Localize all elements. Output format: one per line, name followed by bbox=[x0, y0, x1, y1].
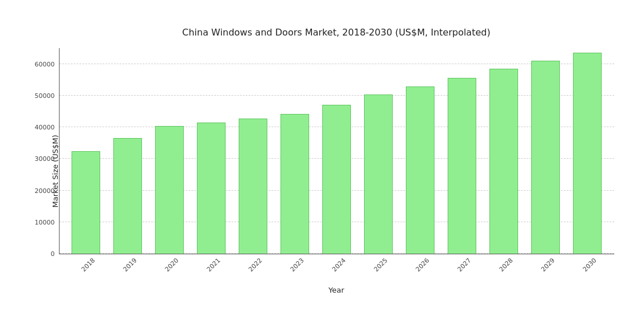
bar-group bbox=[274, 48, 316, 254]
chart-container: China Windows and Doors Market, 2018-203… bbox=[13, 10, 631, 313]
bar-group bbox=[358, 48, 400, 254]
bar-group bbox=[65, 48, 107, 254]
bar bbox=[406, 86, 434, 254]
bar bbox=[280, 114, 309, 254]
bar bbox=[448, 78, 476, 254]
bar bbox=[364, 94, 393, 254]
bar bbox=[322, 105, 351, 254]
y-tick-label: 40000 bbox=[35, 124, 55, 131]
bar bbox=[239, 119, 267, 254]
bar-group bbox=[107, 48, 149, 254]
bar-group bbox=[567, 48, 609, 254]
bar-group bbox=[191, 48, 232, 254]
bar bbox=[155, 126, 184, 254]
bar-group bbox=[441, 48, 483, 254]
bar-group bbox=[149, 48, 191, 254]
bar bbox=[113, 138, 142, 254]
y-tick-label: 20000 bbox=[35, 187, 55, 194]
bar-group bbox=[232, 48, 274, 254]
bar bbox=[72, 151, 100, 254]
y-tick-label: 60000 bbox=[35, 60, 55, 68]
y-tick-label: 0 bbox=[51, 250, 55, 258]
chart-title: China Windows and Doors Market, 2018-203… bbox=[59, 27, 614, 38]
bar-group bbox=[400, 48, 441, 254]
y-tick-label: 30000 bbox=[35, 155, 55, 163]
chart-area: 0100002000030000400005000060000 bbox=[59, 48, 614, 254]
bar bbox=[489, 69, 518, 254]
y-tick-label: 10000 bbox=[35, 218, 55, 226]
bar-group bbox=[525, 48, 567, 254]
x-labels: 2018201920202021202220232024202520262027… bbox=[59, 258, 614, 270]
bar-group bbox=[316, 48, 358, 254]
y-axis-title: Market Size (US$M) bbox=[51, 135, 60, 207]
y-tick-label: 50000 bbox=[35, 92, 55, 99]
bar-group bbox=[483, 48, 525, 254]
bar bbox=[573, 53, 602, 254]
x-axis-title: Year bbox=[59, 286, 614, 294]
bar bbox=[531, 61, 560, 254]
bar bbox=[197, 123, 226, 254]
